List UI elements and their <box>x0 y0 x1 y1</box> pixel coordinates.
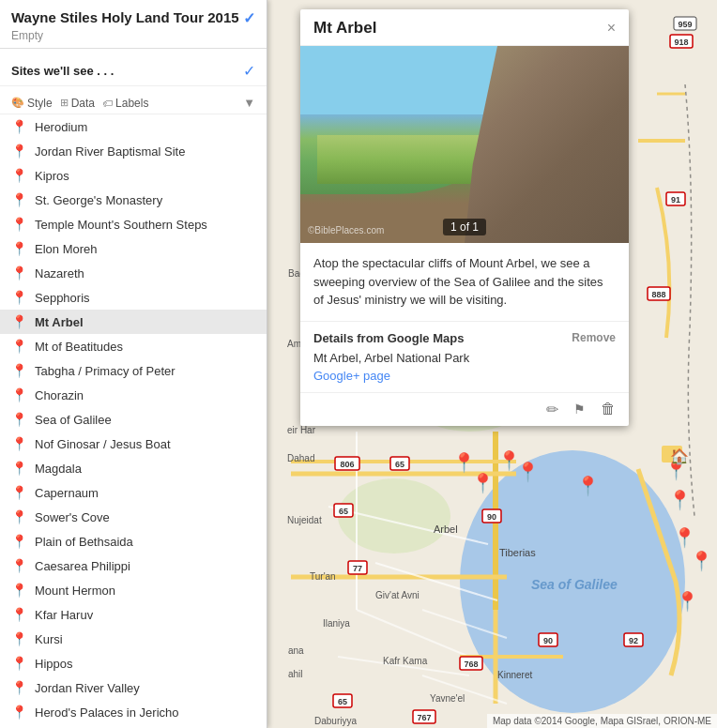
site-item[interactable]: 📍Mt of Beatitudes <box>0 334 267 358</box>
site-name: Temple Mount's Southern Steps <box>35 218 207 232</box>
svg-text:📍: 📍 <box>690 550 713 572</box>
site-name: Nazareth <box>35 266 84 281</box>
svg-text:959: 959 <box>678 20 692 29</box>
popup-delete-button[interactable]: 🗑 <box>601 401 616 417</box>
site-item[interactable]: 📍Nof Ginosar / Jesus Boat <box>0 432 267 456</box>
popup-image-container: ©BiblePlaces.com 1 of 1 <box>300 46 629 243</box>
site-item[interactable]: 📍Jordan River Baptismal Site <box>0 139 267 163</box>
mountain-fields <box>317 135 481 185</box>
site-item[interactable]: 📍Elon Moreh <box>0 236 267 261</box>
svg-text:65: 65 <box>338 697 347 706</box>
svg-text:📍: 📍 <box>471 472 495 494</box>
site-item[interactable]: 📍Capernaum <box>0 480 267 505</box>
site-name: Tabgha / Primacy of Peter <box>35 364 175 378</box>
site-item[interactable]: 📍St. George's Monastery <box>0 188 267 212</box>
svg-text:Tiberias: Tiberias <box>499 547 536 558</box>
svg-point-2 <box>338 478 450 554</box>
svg-text:Sea of Galilee: Sea of Galilee <box>531 577 618 592</box>
pin-icon: 📍 <box>11 314 27 329</box>
site-name: Kipros <box>35 169 69 183</box>
site-item[interactable]: 📍Caesarea Philippi <box>0 554 267 578</box>
svg-text:ahil: ahil <box>288 669 303 679</box>
labels-control[interactable]: 🏷 Labels <box>102 97 148 110</box>
style-control[interactable]: 🎨 Style <box>11 97 53 110</box>
sidebar-header: Wayne Stiles Holy Land Tour 2015 ✓ Empty <box>0 0 267 49</box>
site-name: Kursi <box>35 632 63 646</box>
site-item[interactable]: 📍Tabgha / Primacy of Peter <box>0 358 267 383</box>
site-item[interactable]: 📍Herodium <box>0 114 267 139</box>
site-name: Capernaum <box>35 486 99 500</box>
svg-text:77: 77 <box>353 564 362 573</box>
pin-icon: 📍 <box>11 485 27 500</box>
sites-checkbox[interactable]: ✓ <box>243 62 255 80</box>
site-item[interactable]: 📍Sea of Galilee <box>0 407 267 432</box>
site-item[interactable]: 📍Jordan River Valley <box>0 675 267 700</box>
popup-card: Mt Arbel × ©BiblePlaces.com 1 of 1 Atop … <box>300 9 629 426</box>
site-name: Sower's Cove <box>35 510 110 524</box>
site-item[interactable]: 📍Plain of Bethsaida <box>0 529 267 554</box>
pin-icon: 📍 <box>11 387 27 402</box>
site-item[interactable]: 📍Nazareth <box>0 261 267 285</box>
popup-google-plus-link[interactable]: Google+ page <box>313 369 390 383</box>
pin-icon: 📍 <box>11 363 27 378</box>
pin-icon: 📍 <box>11 583 27 598</box>
tour-checkbox[interactable]: ✓ <box>243 9 255 27</box>
svg-text:Yavne'el: Yavne'el <box>430 693 465 704</box>
svg-text:Nujeidat: Nujeidat <box>287 515 322 525</box>
site-item[interactable]: 📍Chorazin <box>0 383 267 407</box>
svg-text:📍: 📍 <box>676 590 699 613</box>
svg-text:918: 918 <box>674 38 688 47</box>
site-name: Mount Hermon <box>35 584 115 598</box>
svg-text:Tur'an: Tur'an <box>310 571 336 582</box>
site-item[interactable]: 📍Sower's Cove <box>0 505 267 529</box>
pin-icon: 📍 <box>11 509 27 524</box>
data-control[interactable]: ⊞ Data <box>60 97 95 110</box>
site-item[interactable]: 📍Temple Mount's Southern Steps <box>0 212 267 236</box>
sidebar: Wayne Stiles Holy Land Tour 2015 ✓ Empty… <box>0 0 267 728</box>
pin-icon: 📍 <box>11 631 27 646</box>
site-item[interactable]: 📍Sepphoris <box>0 285 267 310</box>
site-item[interactable]: 📍Hippos <box>0 651 267 675</box>
controls-expand[interactable]: ▼ <box>243 96 255 110</box>
data-icon: ⊞ <box>60 97 69 109</box>
style-icon: 🎨 <box>11 97 24 109</box>
site-item[interactable]: 📍Wadi Qilt <box>0 724 267 728</box>
site-item[interactable]: 📍Kipros <box>0 163 267 188</box>
pin-icon: 📍 <box>11 705 27 720</box>
popup-close-button[interactable]: × <box>607 21 616 36</box>
pin-icon: 📍 <box>11 119 27 134</box>
popup-remove-button[interactable]: Remove <box>572 331 616 344</box>
popup-image-counter: 1 of 1 <box>443 219 486 235</box>
popup-details-title-text: Details from Google Maps <box>313 331 464 345</box>
site-item[interactable]: 📍Magdala <box>0 456 267 480</box>
svg-text:ana: ana <box>288 645 304 656</box>
sites-section-header: Sites we'll see . . . ✓ <box>0 56 267 86</box>
site-name: Nof Ginosar / Jesus Boat <box>35 437 171 451</box>
svg-text:806: 806 <box>340 460 354 469</box>
svg-text:65: 65 <box>395 460 404 469</box>
svg-text:Dahad: Dahad <box>287 453 314 463</box>
site-name: Herod's Palaces in Jericho <box>35 705 179 720</box>
site-name: Hippos <box>35 657 72 671</box>
pin-icon: 📍 <box>11 607 27 622</box>
pin-icon: 📍 <box>11 412 27 427</box>
svg-text:📍: 📍 <box>516 461 540 483</box>
svg-text:92: 92 <box>629 636 638 645</box>
tour-title-container: Wayne Stiles Holy Land Tour 2015 ✓ <box>11 9 255 27</box>
pin-icon: 📍 <box>11 656 27 671</box>
site-item[interactable]: 📍Kursi <box>0 627 267 651</box>
site-item[interactable]: 📍Mt Arbel <box>0 310 267 334</box>
site-item[interactable]: 📍Herod's Palaces in Jericho <box>0 700 267 724</box>
pin-icon: 📍 <box>11 217 27 232</box>
site-item[interactable]: 📍Kfar Haruv <box>0 602 267 627</box>
site-name: St. George's Monastery <box>35 193 162 207</box>
pin-icon: 📍 <box>11 265 27 281</box>
site-name: Sepphoris <box>35 291 90 305</box>
svg-text:768: 768 <box>464 660 478 669</box>
popup-image <box>300 46 629 243</box>
popup-title: Mt Arbel <box>313 19 376 38</box>
pin-icon: 📍 <box>11 241 27 256</box>
popup-flag-button[interactable]: ⚑ <box>573 402 586 417</box>
popup-edit-button[interactable]: ✏ <box>546 401 558 418</box>
site-item[interactable]: 📍Mount Hermon <box>0 578 267 602</box>
